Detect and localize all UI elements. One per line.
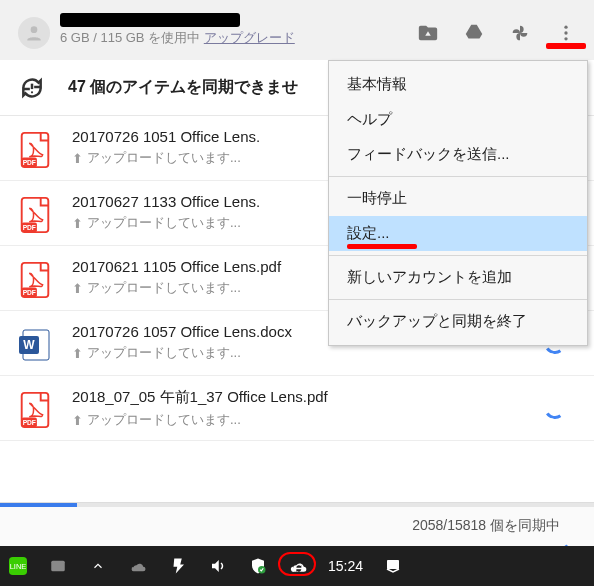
photos-tray-icon[interactable] [48,556,68,576]
menu-item-2[interactable]: フィードバックを送信... [329,137,587,172]
svg-text:PDF: PDF [23,224,36,231]
header-icons [416,21,584,45]
pdf-icon: PDF [18,260,52,300]
annotation-red-underline [347,244,417,249]
pdf-icon: PDF [18,130,52,170]
user-block: 6 GB / 115 GB を使用中 アップグレード [60,19,416,47]
svg-point-0 [31,26,38,33]
footer: 2058/15818 個を同期中 [0,502,594,546]
sync-status-text: 47 個のアイテムを同期できませ [68,77,298,98]
upload-icon: ⬆ [72,216,83,231]
chevron-up-icon[interactable] [88,556,108,576]
upload-icon: ⬆ [72,413,83,428]
avatar[interactable] [18,17,50,49]
svg-point-5 [31,91,33,93]
svg-point-1 [564,26,567,29]
storage-usage: 6 GB / 115 GB を使用中 [60,30,200,45]
power-tray-icon[interactable] [168,556,188,576]
context-menu: 基本情報ヘルプフィードバックを送信...一時停止設定...新しいアカウントを追加… [328,60,588,346]
file-status: ⬆アップロードしています... [72,411,576,429]
onedrive-tray-icon[interactable] [128,556,148,576]
sync-error-icon [18,74,46,102]
progress-text: 2058/15818 個を同期中 [0,507,594,535]
file-status: ⬆アップロードしています... [72,344,576,362]
pdf-icon: PDF [18,195,52,235]
backup-sync-tray-icon[interactable] [288,556,308,576]
clock[interactable]: 15:24 [328,558,363,574]
svg-point-2 [564,31,567,34]
notifications-tray-icon[interactable] [383,556,403,576]
upload-icon: ⬆ [72,346,83,361]
svg-text:W: W [23,338,35,352]
menu-separator [329,176,587,177]
volume-tray-icon[interactable] [208,556,228,576]
annotation-red-circle [278,552,316,576]
defender-tray-icon[interactable] [248,556,268,576]
menu-item-5[interactable]: 新しいアカウントを追加 [329,260,587,295]
svg-rect-23 [51,561,65,572]
menu-item-3[interactable]: 一時停止 [329,181,587,216]
upgrade-link[interactable]: アップグレード [204,30,295,45]
progress-fill [0,503,77,507]
file-title: 2018_07_05 午前1_37 Office Lens.pdf [72,388,576,407]
menu-item-0[interactable]: 基本情報 [329,67,587,102]
google-drive-icon[interactable] [462,21,486,45]
progress-bar [0,503,594,507]
menu-item-6[interactable]: バックアップと同期を終了 [329,304,587,339]
svg-text:PDF: PDF [23,159,36,166]
pdf-icon: PDF [18,390,52,430]
svg-text:PDF: PDF [23,289,36,296]
photos-icon[interactable] [508,21,532,45]
menu-separator [329,255,587,256]
svg-text:LINE: LINE [10,562,27,571]
upload-icon: ⬆ [72,281,83,296]
word-icon: W [18,325,52,365]
drive-folder-icon[interactable] [416,21,440,45]
menu-item-4[interactable]: 設定... [329,216,587,251]
menu-item-1[interactable]: ヘルプ [329,102,587,137]
line-app-icon[interactable]: LINE [8,556,28,576]
header: 6 GB / 115 GB を使用中 アップグレード [0,0,594,60]
svg-point-3 [564,37,567,40]
upload-icon: ⬆ [72,151,83,166]
taskbar: LINE 15:24 [0,546,594,586]
file-info: 2018_07_05 午前1_37 Office Lens.pdf⬆アップロード… [72,388,576,429]
svg-rect-25 [387,560,399,569]
file-row[interactable]: PDF2018_07_05 午前1_37 Office Lens.pdf⬆アップ… [0,376,594,441]
annotation-red-underline [546,43,586,49]
account-name-redacted [60,13,240,27]
svg-text:PDF: PDF [23,419,36,426]
more-menu-button[interactable] [554,21,578,45]
storage-text: 6 GB / 115 GB を使用中 アップグレード [60,29,416,47]
menu-separator [329,299,587,300]
